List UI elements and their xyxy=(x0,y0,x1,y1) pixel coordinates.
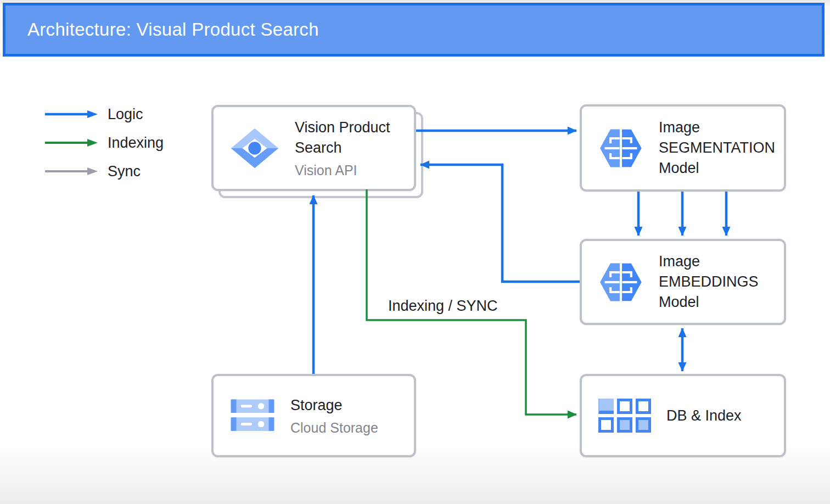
db-grid-cell xyxy=(636,399,651,414)
title-bar: Architecture: Visual Product Search xyxy=(3,3,825,57)
node-title: Image EMBEDDINGS Model xyxy=(659,251,790,312)
legend: Logic Indexing Sync xyxy=(44,104,164,190)
vision-api-icon xyxy=(230,127,279,170)
node-image-segmentation-model: Image SEGMENTATION Model xyxy=(580,104,786,192)
page-title: Architecture: Visual Product Search xyxy=(5,19,319,40)
indexing-sync-label: Indexing / SYNC xyxy=(388,298,498,315)
legend-label-indexing: Indexing xyxy=(108,135,164,152)
db-grid-cell xyxy=(598,417,614,433)
db-grid-cell xyxy=(617,417,632,433)
arrow-embeddings-to-vision xyxy=(420,165,580,282)
cloud-storage-icon xyxy=(230,396,275,435)
node-title: Image SEGMENTATION Model xyxy=(659,117,790,178)
db-grid-cell xyxy=(598,399,614,414)
node-vision-product-search: Vision Product Search Vision API xyxy=(211,105,416,191)
logic-arrow-icon xyxy=(44,110,99,119)
node-title: Storage xyxy=(290,395,378,416)
node-subtitle: Vision API xyxy=(295,162,413,178)
legend-item-sync: Sync xyxy=(44,161,164,181)
diagram-canvas: Architecture: Visual Product Search Logi… xyxy=(0,0,830,504)
db-index-icon xyxy=(598,399,651,433)
legend-item-logic: Logic xyxy=(44,104,164,124)
node-db-and-index: DB & Index xyxy=(580,374,786,457)
legend-label-logic: Logic xyxy=(108,106,143,123)
ml-model-icon xyxy=(598,128,643,168)
legend-item-indexing: Indexing xyxy=(44,133,164,153)
node-storage: Storage Cloud Storage xyxy=(211,374,416,457)
legend-label-sync: Sync xyxy=(108,163,141,180)
ml-model-icon xyxy=(598,262,643,302)
indexing-arrow-icon xyxy=(44,138,99,147)
db-grid-cell xyxy=(636,417,651,433)
node-title: Vision Product Search xyxy=(295,117,413,158)
node-title: DB & Index xyxy=(666,406,742,426)
node-image-embeddings-model: Image EMBEDDINGS Model xyxy=(580,239,786,325)
db-grid-cell xyxy=(617,399,632,414)
node-subtitle: Cloud Storage xyxy=(290,419,378,436)
sync-arrow-icon xyxy=(44,167,99,176)
